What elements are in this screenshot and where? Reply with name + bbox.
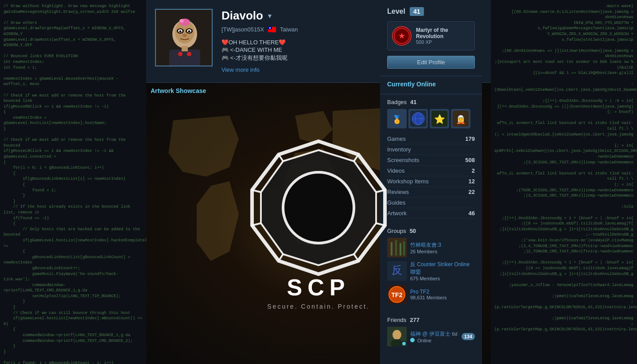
- group-avatar-2: 反: [387, 261, 407, 281]
- scp-tagline: Secure. Contain. Protect.: [267, 303, 369, 310]
- stat-row-screenshots[interactable]: Screenshots 508: [387, 155, 475, 166]
- svg-text:🏅: 🏅: [392, 115, 402, 124]
- svg-rect-42: [395, 240, 397, 256]
- level-label: Level: [387, 8, 405, 15]
- friend-info-1: 福神 @ 伊豆富士 6d Online: [410, 330, 458, 343]
- group-name-2[interactable]: 反 Counter Striker Online 聯盟: [410, 261, 475, 276]
- svg-point-15: [187, 52, 191, 56]
- svg-point-12: [183, 34, 187, 37]
- badge-item-1[interactable]: 🏅: [387, 109, 407, 128]
- stat-row-artwork[interactable]: Artwork 46: [387, 208, 475, 219]
- svg-text:TF2: TF2: [392, 291, 403, 298]
- group-members-2: 675 Members: [410, 276, 475, 281]
- stat-row-reviews[interactable]: Reviews 22: [387, 187, 475, 197]
- friends-header: Friends 277: [387, 317, 475, 323]
- group-avatar-1: [387, 238, 407, 257]
- group-item-1[interactable]: 竹林暗友會:3 26 Members: [387, 238, 475, 257]
- svg-point-53: [402, 341, 406, 346]
- svg-rect-44: [403, 241, 405, 256]
- friends-label: Friends: [387, 317, 406, 323]
- friends-count: 277: [410, 317, 419, 323]
- svg-point-19: [283, 172, 354, 243]
- group-info-3: Pro TF2 98,631 Members: [410, 289, 475, 300]
- level-header: Level 41: [387, 7, 475, 16]
- friend-avatar-1: [387, 327, 407, 346]
- friends-section: Friends 277 福神 @ 伊豆富士 6d: [380, 312, 482, 351]
- artwork-label: Artwork Showcase: [151, 87, 206, 94]
- achievement-icon: ★: [392, 26, 412, 46]
- level-section: Level 41 ★ Martyr of the Revolution 500 …: [380, 0, 482, 76]
- stat-value-artwork: 46: [469, 210, 475, 217]
- group-item-2[interactable]: 反 反 Counter Striker Online 聯盟 675 Member…: [387, 261, 475, 281]
- svg-text:🧝: 🧝: [456, 115, 466, 124]
- svg-text:⭐: ⭐: [434, 114, 445, 124]
- stat-value-videos: 2: [472, 167, 475, 174]
- group-info-1: 竹林暗友會:3 26 Members: [410, 241, 475, 254]
- badge-item-4[interactable]: 🧝: [451, 109, 470, 128]
- stat-label-reviews: Reviews: [387, 189, 409, 195]
- username-dropdown-arrow[interactable]: ▼: [267, 12, 273, 19]
- edit-profile-button[interactable]: Edit Profile: [387, 56, 475, 69]
- friend-status-text-1: Online: [417, 338, 431, 343]
- badges-label: Badges: [387, 99, 407, 105]
- bg-code-left: // Draw without highlight. Draw new mess…: [0, 0, 146, 364]
- friend-name-1[interactable]: 福神 @ 伊豆富士 6d: [410, 330, 458, 338]
- achievement-box: ★ Martyr of the Revolution 500 XP: [387, 21, 475, 50]
- badges-header: Badges 41: [387, 99, 475, 105]
- group-name-1[interactable]: 竹林暗友會:3: [410, 241, 475, 249]
- right-sidebar: Level 41 ★ Martyr of the Revolution 500 …: [380, 0, 482, 364]
- friend-time-1: 6d: [452, 331, 457, 337]
- achievement-name: Martyr of the Revolution: [416, 27, 470, 39]
- badge-item-3[interactable]: ⭐: [430, 109, 449, 128]
- achievement-info: Martyr of the Revolution 500 XP: [416, 27, 470, 45]
- stat-row-guides[interactable]: Guides: [387, 197, 475, 208]
- svg-point-11: [179, 19, 184, 23]
- stat-value-games: 179: [465, 136, 475, 142]
- stat-label-games: Games: [387, 136, 406, 142]
- stat-value-reviews: 22: [469, 189, 475, 195]
- groups-header: Groups 50: [387, 228, 475, 234]
- view-more-link[interactable]: View more info: [221, 66, 260, 73]
- level-number: 41: [410, 7, 424, 16]
- stat-label-videos: Videos: [387, 167, 405, 174]
- groups-section: Groups 50 竹林暗友會:3 26 Members: [380, 223, 482, 312]
- stat-label-artwork: Artwork: [387, 210, 407, 217]
- group-members-3: 98,631 Members: [410, 295, 475, 300]
- avatar: [155, 9, 213, 66]
- online-label: Currently Online: [387, 81, 475, 88]
- stat-row-games[interactable]: Games 179: [387, 134, 475, 144]
- svg-text:★: ★: [398, 31, 405, 40]
- achievement-xp: 500 XP: [416, 39, 470, 45]
- stat-row-videos[interactable]: Videos 2: [387, 166, 475, 176]
- groups-label: Groups: [387, 228, 406, 234]
- group-name-3[interactable]: Pro TF2: [410, 289, 475, 295]
- svg-point-51: [392, 330, 401, 340]
- group-item-3[interactable]: TF2 Pro TF2 98,631 Members: [387, 285, 475, 304]
- svg-rect-13: [169, 50, 200, 66]
- friend-item-1[interactable]: 福神 @ 伊豆富士 6d Online 134: [387, 327, 475, 346]
- badge-item-2[interactable]: [408, 109, 428, 128]
- badges-row: 🏅 ⭐ 🧝: [387, 109, 475, 128]
- scp-logo: SCP Secure. Contain. Protect.: [248, 137, 389, 310]
- badges-count: 41: [410, 99, 416, 105]
- online-dot-1: [410, 338, 415, 342]
- svg-point-14: [178, 52, 183, 56]
- svg-text:反: 反: [392, 264, 402, 276]
- username: Diavolo: [221, 9, 263, 23]
- country: Taiwan: [280, 26, 298, 33]
- stat-row-workshop[interactable]: Workshop Items 12: [387, 176, 475, 187]
- group-members-1: 26 Members: [410, 249, 475, 254]
- svg-rect-41: [391, 242, 392, 256]
- stat-row-inventory[interactable]: Inventory: [387, 144, 475, 155]
- stats-section: Badges 41 🏅: [380, 94, 482, 223]
- stat-label-workshop: Workshop Items: [387, 178, 429, 185]
- svg-point-8: [179, 31, 182, 33]
- svg-point-9: [188, 31, 190, 33]
- user-id: [TW]jason0515X: [221, 26, 264, 33]
- online-section: Currently Online: [380, 76, 482, 94]
- scp-text: SCP: [287, 274, 350, 301]
- friend-badge-1: 134: [462, 333, 475, 340]
- stat-value-screenshots: 508: [465, 157, 475, 163]
- groups-count: 50: [410, 228, 416, 234]
- stat-value-workshop: 12: [469, 178, 475, 185]
